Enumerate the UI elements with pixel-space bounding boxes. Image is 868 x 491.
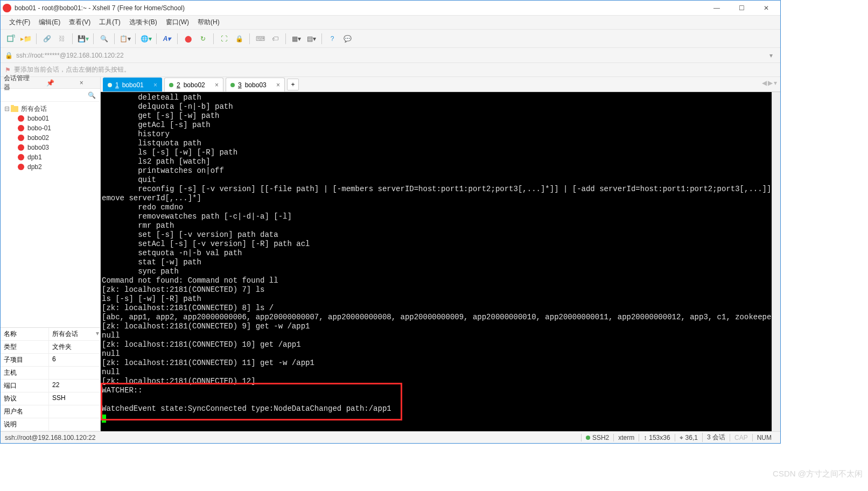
separator bbox=[93, 33, 94, 44]
menu-tabs[interactable]: 选项卡(B) bbox=[125, 16, 162, 29]
sidebar-search[interactable]: 🔍 bbox=[1, 89, 100, 102]
pin-icon[interactable]: 📌 bbox=[35, 79, 66, 87]
tab-close-icon[interactable]: × bbox=[276, 81, 280, 89]
new-session-icon[interactable] bbox=[5, 33, 17, 45]
prop-key: 名称 bbox=[1, 328, 49, 340]
cursor-icon: ⌖ bbox=[680, 434, 683, 441]
fullscreen-icon[interactable]: ⛶ bbox=[218, 33, 230, 45]
vertical-scrollbar[interactable] bbox=[772, 92, 780, 431]
status-ssh: SSH2 bbox=[592, 434, 609, 441]
status-size: 153x36 bbox=[649, 434, 670, 441]
terminal[interactable]: deleteall path delquota [-n|-b] path get… bbox=[101, 92, 772, 431]
prop-key: 协议 bbox=[1, 392, 49, 405]
separator bbox=[114, 33, 115, 44]
status-num: NUM bbox=[752, 434, 776, 441]
prop-value: 6 bbox=[49, 354, 100, 366]
sidebar-close-icon[interactable]: × bbox=[66, 79, 97, 87]
tab-bobo02[interactable]: 2bobo02× bbox=[164, 78, 223, 92]
tab-prev-icon[interactable]: ◀ bbox=[762, 79, 767, 87]
separator bbox=[177, 33, 178, 44]
link-icon[interactable]: 🔗 bbox=[41, 33, 53, 45]
tree-root[interactable]: ⊟ 所有会话 bbox=[4, 104, 97, 114]
minimize-button[interactable]: — bbox=[705, 2, 729, 15]
prop-key: 用户名 bbox=[1, 405, 49, 418]
globe-icon[interactable]: 🌐▾ bbox=[140, 33, 152, 45]
layout-icon[interactable]: ▤▾ bbox=[305, 33, 317, 45]
help-icon[interactable]: ? bbox=[326, 33, 338, 45]
tree-item[interactable]: bobo-01 bbox=[4, 123, 97, 133]
status-term: xterm bbox=[613, 434, 639, 441]
hint-bar: ⚑ 要添加当前会话，点击左侧的箭头按钮。 bbox=[1, 63, 780, 77]
prop-value: 所有会话 bbox=[49, 328, 93, 340]
menu-file[interactable]: 文件(F) bbox=[5, 16, 34, 29]
session-icon bbox=[18, 144, 24, 151]
separator bbox=[72, 33, 73, 44]
app-icon bbox=[3, 4, 11, 12]
close-button[interactable]: ✕ bbox=[754, 2, 778, 15]
maximize-button[interactable]: ☐ bbox=[730, 2, 753, 15]
menubar: 文件(F) 编辑(E) 查看(V) 工具(T) 选项卡(B) 窗口(W) 帮助(… bbox=[1, 16, 780, 30]
font-icon[interactable]: A▾ bbox=[161, 33, 173, 45]
grid-icon[interactable]: ▦▾ bbox=[290, 33, 302, 45]
tab-bobo03[interactable]: 3bobo03× bbox=[226, 78, 285, 92]
tab-bobo01[interactable]: 1bobo01× bbox=[103, 78, 162, 92]
status-dot-icon bbox=[108, 83, 112, 87]
menu-window[interactable]: 窗口(W) bbox=[162, 16, 193, 29]
size-icon: ↕ bbox=[643, 434, 647, 441]
main-area: 1bobo01× 2bobo02× 3bobo03× + ◀▶▾ deletea… bbox=[101, 77, 780, 431]
tree-item[interactable]: bobo03 bbox=[4, 143, 97, 152]
session-tree: ⊟ 所有会话 bobo01 bobo-01 bobo02 bobo03 dpb1… bbox=[1, 102, 100, 327]
address-bar: 🔒 ▾ bbox=[1, 48, 780, 63]
chat-icon[interactable]: 💬 bbox=[341, 33, 353, 45]
sidebar-header: 会话管理器 📌 × bbox=[1, 77, 100, 89]
status-pos: 36,1 bbox=[685, 434, 698, 441]
session-icon bbox=[18, 125, 24, 131]
tag-icon[interactable]: 🏷 bbox=[269, 33, 281, 45]
unlink-icon[interactable]: ⛓ bbox=[56, 33, 68, 45]
menu-tools[interactable]: 工具(T) bbox=[95, 16, 124, 29]
session-manager-panel: 会话管理器 📌 × 🔍 ⊟ 所有会话 bobo01 bobo-01 bobo02… bbox=[1, 77, 101, 431]
svg-rect-0 bbox=[8, 36, 13, 41]
prop-value: 文件夹 bbox=[49, 341, 100, 353]
separator bbox=[249, 33, 250, 44]
prop-key: 子项目 bbox=[1, 354, 49, 366]
tree-item[interactable]: bobo01 bbox=[4, 114, 97, 123]
lock-small-icon: 🔒 bbox=[5, 52, 13, 59]
tree-item[interactable]: dpb2 bbox=[4, 162, 97, 172]
magnifier-icon: 🔍 bbox=[88, 92, 96, 99]
collapse-icon[interactable]: ⊟ bbox=[4, 105, 10, 113]
folder-icon[interactable]: ▸📁 bbox=[20, 33, 32, 45]
toolbar: ▸📁 🔗 ⛓ 💾▾ 🔍 📋▾ 🌐▾ A▾ ⬤ ↻ ⛶ 🔒 ⌨ 🏷 ▦▾ ▤▾ ?… bbox=[1, 30, 780, 48]
tab-close-icon[interactable]: × bbox=[215, 81, 219, 89]
address-dropdown-icon[interactable]: ▾ bbox=[766, 52, 776, 59]
address-input[interactable] bbox=[16, 52, 766, 59]
new-tab-button[interactable]: + bbox=[287, 79, 299, 90]
separator bbox=[135, 33, 136, 44]
tab-list-icon[interactable]: ▾ bbox=[774, 79, 777, 87]
keyboard-icon[interactable]: ⌨ bbox=[254, 33, 266, 45]
prop-value: SSH bbox=[49, 392, 100, 405]
session-icon bbox=[18, 115, 24, 122]
menu-help[interactable]: 帮助(H) bbox=[193, 16, 224, 29]
separator bbox=[285, 33, 286, 44]
lock-icon[interactable]: 🔒 bbox=[233, 33, 245, 45]
window-title: bobo01 - root@bobo01:~ - Xshell 7 (Free … bbox=[15, 4, 705, 12]
menu-edit[interactable]: 编辑(E) bbox=[34, 16, 65, 29]
prop-value: 22 bbox=[49, 380, 100, 392]
prop-value bbox=[49, 418, 100, 431]
save-icon[interactable]: 💾▾ bbox=[77, 33, 89, 45]
tab-close-icon[interactable]: × bbox=[153, 81, 157, 89]
tab-next-icon[interactable]: ▶ bbox=[768, 79, 773, 87]
menu-view[interactable]: 查看(V) bbox=[65, 16, 95, 29]
status-caps: CAP bbox=[730, 434, 752, 441]
titlebar: bobo01 - root@bobo01:~ - Xshell 7 (Free … bbox=[1, 1, 780, 16]
tree-item[interactable]: bobo02 bbox=[4, 133, 97, 143]
search-icon[interactable]: 🔍 bbox=[98, 33, 110, 45]
stop-icon[interactable]: ⬤ bbox=[182, 33, 194, 45]
tree-item[interactable]: dpb1 bbox=[4, 152, 97, 162]
prop-key: 端口 bbox=[1, 380, 49, 392]
copy-icon[interactable]: 📋▾ bbox=[119, 33, 131, 45]
status-sessions: 3 会话 bbox=[702, 433, 730, 442]
hint-text: 要添加当前会话，点击左侧的箭头按钮。 bbox=[14, 65, 130, 74]
refresh-icon[interactable]: ↻ bbox=[197, 33, 209, 45]
